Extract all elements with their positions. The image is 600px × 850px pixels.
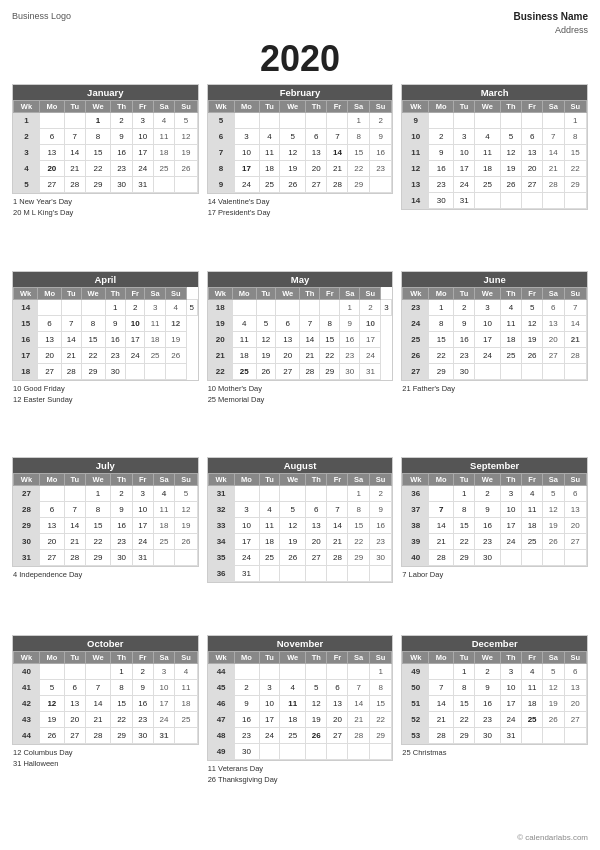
table-cell: 20	[564, 695, 586, 711]
table-cell: 5	[175, 485, 197, 501]
col-header-wk: Wk	[208, 473, 234, 485]
table-cell: 23	[475, 533, 501, 549]
table-cell: 27	[306, 549, 327, 565]
col-header-th: Th	[500, 287, 521, 299]
table-cell: 10	[475, 315, 501, 331]
col-header-tu: Tu	[64, 101, 85, 113]
table-cell: 27	[306, 177, 327, 193]
table-cell: 15	[14, 315, 38, 331]
table-cell: 6	[564, 485, 586, 501]
table-cell: 19	[500, 161, 521, 177]
col-header-fr: Fr	[327, 473, 348, 485]
table-cell: 17	[475, 331, 501, 347]
table-cell: 23	[429, 177, 454, 193]
table-cell: 21	[61, 347, 81, 363]
table-cell: 1	[85, 485, 111, 501]
footer: © calendarlabs.com	[12, 833, 588, 842]
table-cell: 50	[403, 679, 429, 695]
table-cell: 13	[39, 517, 64, 533]
table-cell: 42	[14, 695, 40, 711]
table-cell: 16	[475, 695, 501, 711]
table-cell: 14	[14, 299, 38, 315]
table-cell: 30	[340, 363, 360, 379]
table-row: 112345	[14, 113, 198, 129]
table-cell: 36	[403, 485, 429, 501]
table-cell: 7	[61, 315, 81, 331]
col-header-sa: Sa	[145, 287, 165, 299]
table-cell: 11	[280, 695, 306, 711]
col-header-th: Th	[111, 101, 132, 113]
table-cell: 9	[111, 129, 132, 145]
table-cell: 52	[403, 711, 429, 727]
table-cell: 2	[111, 485, 132, 501]
table-cell: 26	[543, 711, 565, 727]
col-header-mo: Mo	[429, 651, 454, 663]
table-cell: 48	[208, 727, 234, 743]
col-header-mo: Mo	[234, 473, 259, 485]
table-cell	[175, 549, 197, 565]
table-cell: 30	[454, 363, 475, 379]
table-cell: 29	[564, 177, 586, 193]
table-cell: 4	[14, 161, 40, 177]
table-cell: 10	[125, 315, 145, 331]
table-cell: 18	[500, 331, 521, 347]
col-header-su: Su	[564, 651, 586, 663]
table-cell: 7	[64, 129, 85, 145]
table-cell: 22	[454, 711, 475, 727]
table-cell: 28	[564, 347, 586, 363]
table-cell: 7	[348, 679, 370, 695]
table-cell	[259, 743, 280, 759]
table-cell	[327, 485, 348, 501]
table-cell: 2	[125, 299, 145, 315]
table-row: 36123456	[403, 485, 587, 501]
table-row: 420212223242526	[14, 161, 198, 177]
table-cell: 14	[64, 517, 85, 533]
table-cell	[522, 113, 543, 129]
month-header: December	[402, 636, 587, 651]
col-header-fr: Fr	[132, 101, 153, 113]
table-cell: 12	[500, 145, 521, 161]
table-cell: 27	[38, 363, 62, 379]
table-cell: 29	[81, 363, 105, 379]
table-row: 441	[208, 663, 392, 679]
table-cell: 31	[360, 363, 381, 379]
table-cell: 16	[340, 331, 360, 347]
holiday-item: 10 Mother's Day	[208, 383, 394, 394]
col-header-fr: Fr	[522, 101, 543, 113]
table-cell: 7	[429, 679, 454, 695]
table-cell: 17	[132, 517, 153, 533]
table-cell: 24	[234, 549, 259, 565]
table-cell: 29	[429, 363, 454, 379]
table-row: 4319202122232425	[14, 711, 198, 727]
col-header-we: We	[475, 287, 501, 299]
month-block-september: SeptemberWkMoTuWeThFrSaSu361234563778910…	[401, 457, 588, 629]
table-cell: 18	[522, 517, 543, 533]
table-cell: 27	[39, 177, 64, 193]
table-cell: 17	[132, 145, 153, 161]
table-row: 24891011121314	[403, 315, 587, 331]
table-cell: 6	[306, 501, 327, 517]
table-cell: 32	[208, 501, 234, 517]
table-cell	[234, 113, 259, 129]
table-row: 5221222324252627	[403, 711, 587, 727]
table-row: 2913141516171819	[14, 517, 198, 533]
table-cell: 19	[280, 533, 306, 549]
table-cell: 12	[543, 501, 565, 517]
table-cell: 4	[500, 299, 521, 315]
table-cell: 1	[14, 113, 40, 129]
table-cell: 16	[105, 331, 125, 347]
table-cell: 12	[175, 501, 197, 517]
col-header-th: Th	[111, 473, 132, 485]
table-cell: 26	[165, 347, 186, 363]
col-header-mo: Mo	[39, 651, 64, 663]
col-header-mo: Mo	[232, 287, 256, 299]
table-cell	[175, 727, 197, 743]
table-row: 3921222324252627	[403, 533, 587, 549]
table-cell: 3	[132, 485, 153, 501]
table-cell: 3	[145, 299, 165, 315]
table-cell: 13	[522, 145, 543, 161]
table-cell: 30	[105, 363, 125, 379]
table-cell: 11	[522, 679, 543, 695]
table-cell: 9	[475, 679, 501, 695]
table-row: 3814151617181920	[403, 517, 587, 533]
